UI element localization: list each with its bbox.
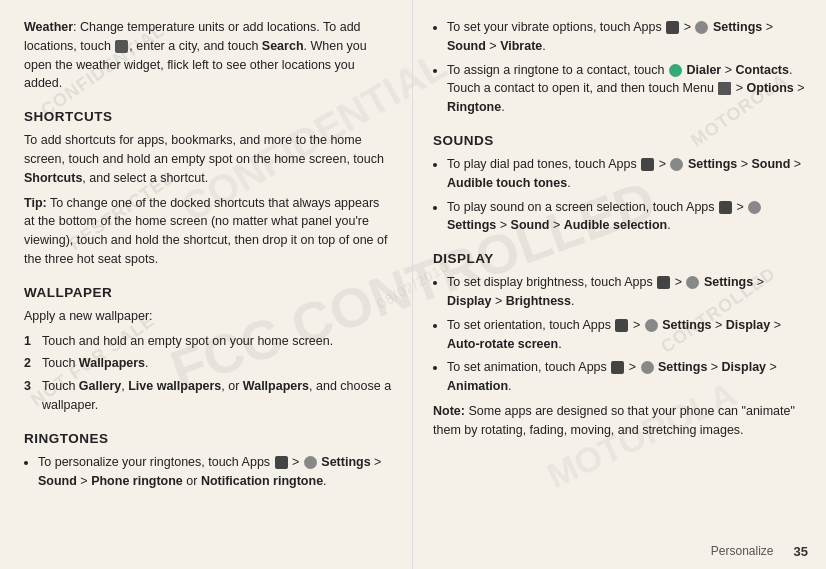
wallpaper-title: WALLPAPER [24,283,392,303]
auto-rotate-bold: Auto-rotate screen [447,337,558,351]
audible-selection-bold: Audible selection [564,218,668,232]
settings-bold-3: Settings [688,157,737,171]
wallpaper-step-1: 1 Touch and hold an empty spot on your h… [24,332,392,351]
settings-bold-5: Settings [704,275,753,289]
vibrate-list: To set your vibrate options, touch Apps … [447,18,806,117]
apps-grid-icon-5 [657,276,670,289]
sounds-list: To play dial pad tones, touch Apps > Set… [447,155,806,235]
notification-ringtone-bold: Notification ringtone [201,474,323,488]
options-bold: Options [747,81,794,95]
brightness-bold: Brightness [506,294,571,308]
sounds-bullet-2: To play sound on a screen selection, tou… [447,198,806,236]
settings-icon [304,456,317,469]
page-label: Personalize [711,542,774,560]
weather-title: Weather [24,20,73,34]
gallery-bold: Gallery [79,379,121,393]
sound-bold: Sound [38,474,77,488]
display-section: DISPLAY To set display brightness, touch… [433,249,806,439]
sound-bold-3: Sound [752,157,791,171]
shortcuts-tip: Tip: To change one of the docked shortcu… [24,194,392,269]
plus-icon [115,40,128,53]
wallpaper-step-3: 3 Touch Gallery, Live wallpapers, or Wal… [24,377,392,415]
wallpaper-intro: Apply a new wallpaper: [24,307,392,326]
settings-icon-5 [686,276,699,289]
note-label: Note: [433,404,465,418]
search-bold: Search [262,39,304,53]
step-text-2: Touch Wallpapers. [42,354,149,373]
left-column: Weather: Change temperature units or add… [0,0,413,569]
shortcuts-title: SHORTCUTS [24,107,392,127]
display-bold: Display [447,294,491,308]
wallpapers-bold: Wallpapers [79,356,145,370]
dialer-bold: Dialer [686,63,721,77]
sounds-section: SOUNDS To play dial pad tones, touch App… [433,131,806,235]
settings-icon-3 [670,158,683,171]
ringtones-list: To personalize your ringtones, touch App… [38,453,392,491]
shortcuts-body: To add shortcuts for apps, bookmarks, an… [24,131,392,187]
wallpaper-steps: 1 Touch and hold an empty spot on your h… [24,332,392,415]
animation-bold: Animation [447,379,508,393]
shortcuts-section: SHORTCUTS To add shortcuts for apps, boo… [24,107,392,269]
step-num-1: 1 [24,332,36,351]
wallpaper-section: WALLPAPER Apply a new wallpaper: 1 Touch… [24,283,392,415]
sounds-bullet-1: To play dial pad tones, touch Apps > Set… [447,155,806,193]
display-bold-3: Display [722,360,766,374]
settings-bold-7: Settings [658,360,707,374]
display-bullet-3: To set animation, touch Apps > Settings … [447,358,806,396]
sound-bold-4: Sound [511,218,550,232]
display-note: Note: Some apps are designed so that you… [433,402,806,440]
apps-grid-icon-6 [615,319,628,332]
apps-grid-icon-3 [641,158,654,171]
settings-bold-2: Settings [713,20,762,34]
step-num-2: 2 [24,354,36,373]
sound-bold-2: Sound [447,39,486,53]
display-title: DISPLAY [433,249,806,269]
ringtone-bullet-1: To personalize your ringtones, touch App… [38,453,392,491]
step-text-3: Touch Gallery, Live wallpapers, or Wallp… [42,377,392,415]
tip-label: Tip: [24,196,47,210]
apps-grid-icon-2 [666,21,679,34]
display-list: To set display brightness, touch Apps > … [447,273,806,396]
apps-grid-icon-4 [719,201,732,214]
ringtones-section: RINGTONES To personalize your ringtones,… [24,429,392,491]
live-wallpapers-bold: Live wallpapers [128,379,221,393]
right-column: To set your vibrate options, touch Apps … [413,0,826,569]
wallpapers-bold2: Wallpapers [243,379,309,393]
audible-tones-bold: Audible touch tones [447,176,567,190]
note-text: Some apps are designed so that your phon… [433,404,795,437]
page-number-area: Personalize 35 [711,542,808,562]
ringtones-title: RINGTONES [24,429,392,449]
settings-bold: Settings [321,455,370,469]
contacts-bold: Contacts [735,63,788,77]
weather-section: Weather: Change temperature units or add… [24,18,392,93]
ringtone-bold-2: Ringtone [447,100,501,114]
sounds-title: SOUNDS [433,131,806,151]
page-number: 35 [794,542,808,562]
apps-grid-icon-7 [611,361,624,374]
ringtone-contact-bullet: To assign a ringtone to a contact, touch… [447,61,806,117]
step-text-1: Touch and hold an empty spot on your hom… [42,332,333,351]
settings-icon-7 [641,361,654,374]
display-bullet-1: To set display brightness, touch Apps > … [447,273,806,311]
display-bullet-2: To set orientation, touch Apps > Setting… [447,316,806,354]
settings-bold-6: Settings [662,318,711,332]
vibrate-bullet-1: To set your vibrate options, touch Apps … [447,18,806,56]
settings-icon-2 [695,21,708,34]
shortcuts-bold: Shortcuts [24,171,82,185]
menu-icon [718,82,731,95]
settings-bold-4: Settings [447,218,496,232]
step-num-3: 3 [24,377,36,415]
display-bold-2: Display [726,318,770,332]
phone-ringtone-bold: Phone ringtone [91,474,183,488]
apps-grid-icon [275,456,288,469]
wallpaper-step-2: 2 Touch Wallpapers. [24,354,392,373]
dialer-icon [669,64,682,77]
settings-icon-4 [748,201,761,214]
settings-icon-6 [645,319,658,332]
vibrate-bold: Vibrate [500,39,542,53]
